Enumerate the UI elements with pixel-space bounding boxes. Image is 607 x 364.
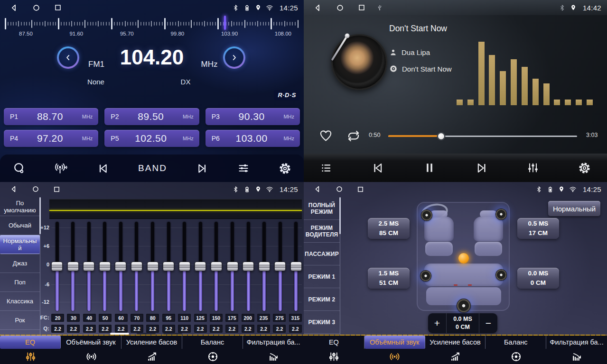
eq-band-slider[interactable] bbox=[227, 220, 238, 313]
mode-item[interactable]: РЕЖИМ 3 bbox=[304, 311, 340, 334]
nav-recents-button[interactable] bbox=[54, 4, 62, 11]
front-right-speaker-icon[interactable] bbox=[495, 209, 507, 220]
nav-home-button[interactable] bbox=[336, 4, 344, 12]
settings-button[interactable] bbox=[279, 162, 291, 175]
eq-band-slider[interactable] bbox=[67, 220, 79, 313]
rear-right-delay-button[interactable]: 0.0 MS 0 CM bbox=[517, 268, 559, 289]
tab-eq[interactable]: EQ bbox=[0, 336, 61, 364]
eq-band-slider[interactable] bbox=[51, 220, 63, 313]
seek-previous-button[interactable] bbox=[97, 162, 110, 175]
nav-recents-button[interactable] bbox=[358, 4, 365, 11]
eq-preset-item[interactable]: Классика bbox=[0, 292, 40, 311]
auto-store-button[interactable] bbox=[54, 161, 68, 175]
front-left-delay-button[interactable]: 2.5 MS 85 CM bbox=[368, 218, 410, 239]
seek-bar[interactable] bbox=[388, 136, 577, 137]
eq-band-slider[interactable] bbox=[99, 220, 111, 313]
eq-band-slider[interactable] bbox=[115, 220, 126, 313]
previous-track-button[interactable] bbox=[371, 161, 385, 175]
preset-button-p3[interactable]: P3 90.30 MHz bbox=[205, 108, 300, 125]
eq-preset-item[interactable]: Поп bbox=[0, 273, 40, 292]
eq-band-slider[interactable] bbox=[211, 220, 222, 313]
slider-thumb[interactable] bbox=[131, 262, 142, 271]
seek-next-button[interactable] bbox=[196, 162, 208, 175]
tab-eq[interactable]: EQ bbox=[304, 336, 364, 364]
tab-bass-boost[interactable]: Усиление басов bbox=[121, 336, 182, 364]
tab-bass-boost[interactable]: Усиление басов bbox=[425, 336, 486, 364]
eq-preset-item[interactable]: Нормальный bbox=[0, 235, 40, 254]
slider-thumb[interactable] bbox=[211, 262, 222, 271]
slider-thumb[interactable] bbox=[51, 262, 63, 271]
tab-surround[interactable]: Объёмный звук bbox=[364, 336, 425, 364]
playlist-button[interactable] bbox=[320, 162, 333, 174]
eq-preset-item[interactable]: Рок bbox=[0, 311, 40, 330]
nav-back-button[interactable] bbox=[313, 3, 322, 12]
preset-button-p4[interactable]: P4 97.20 MHz bbox=[4, 130, 98, 147]
slider-thumb[interactable] bbox=[67, 262, 79, 271]
pause-button[interactable] bbox=[423, 161, 436, 174]
preset-button-p5[interactable]: P5 102.50 MHz bbox=[104, 130, 199, 147]
nav-recents-button[interactable] bbox=[53, 186, 60, 193]
mode-item[interactable]: РЕЖИМ ВОДИТЕЛЯ bbox=[304, 220, 340, 243]
band-button[interactable]: BAND bbox=[138, 163, 167, 173]
eq-band-slider[interactable] bbox=[195, 220, 206, 313]
subwoofer-speaker-icon[interactable] bbox=[457, 299, 471, 313]
increase-delay-button[interactable]: + bbox=[428, 313, 446, 333]
tab-balance[interactable]: Баланс bbox=[486, 336, 546, 364]
nav-back-button[interactable] bbox=[313, 185, 322, 193]
nav-back-button[interactable] bbox=[9, 185, 18, 193]
preset-button-p1[interactable]: P1 88.70 MHz bbox=[4, 108, 98, 125]
mode-item[interactable]: РЕЖИМ 2 bbox=[304, 288, 340, 311]
eq-preset-item[interactable]: Джаз bbox=[0, 254, 40, 273]
audio-settings-button[interactable] bbox=[237, 162, 250, 175]
slider-thumb[interactable] bbox=[83, 262, 94, 271]
nav-back-button[interactable] bbox=[9, 3, 19, 12]
slider-thumb[interactable] bbox=[147, 262, 159, 271]
slider-thumb[interactable] bbox=[290, 262, 302, 271]
tune-up-button[interactable] bbox=[223, 46, 245, 69]
nav-home-button[interactable] bbox=[336, 185, 343, 193]
next-track-button[interactable] bbox=[475, 161, 488, 175]
nav-recents-button[interactable] bbox=[357, 186, 364, 193]
slider-thumb[interactable] bbox=[227, 262, 238, 271]
eq-band-slider[interactable] bbox=[179, 220, 190, 313]
eq-band-slider[interactable] bbox=[274, 220, 286, 313]
slider-thumb[interactable] bbox=[99, 262, 111, 271]
tab-filter[interactable]: Фильтрация ба... bbox=[546, 336, 607, 364]
eq-band-slider[interactable] bbox=[243, 220, 254, 313]
mode-item[interactable]: РЕЖИМ 1 bbox=[304, 265, 340, 288]
tune-down-button[interactable] bbox=[57, 46, 79, 69]
nav-home-button[interactable] bbox=[32, 4, 40, 12]
seek-bar-thumb[interactable] bbox=[438, 133, 444, 139]
slider-thumb[interactable] bbox=[274, 262, 286, 271]
scan-button[interactable] bbox=[12, 162, 26, 175]
equalizer-button[interactable] bbox=[526, 161, 540, 174]
preset-button-p2[interactable]: P2 89.50 MHz bbox=[104, 108, 199, 125]
listening-position-dot[interactable] bbox=[458, 253, 469, 264]
nav-home-button[interactable] bbox=[32, 185, 39, 193]
eq-preset-shortcut-button[interactable]: Нормальный bbox=[548, 201, 600, 216]
slider-thumb[interactable] bbox=[163, 262, 174, 271]
mode-item[interactable]: ПОЛНЫЙ РЕЖИМ bbox=[304, 197, 340, 220]
eq-preset-item[interactable]: По умолчанию bbox=[0, 197, 40, 216]
eq-band-slider[interactable] bbox=[83, 220, 94, 313]
eq-band-slider[interactable] bbox=[290, 220, 302, 313]
rear-left-delay-button[interactable]: 1.5 MS 51 CM bbox=[368, 268, 410, 289]
slider-thumb[interactable] bbox=[179, 262, 190, 271]
eq-band-slider[interactable] bbox=[131, 220, 142, 313]
front-left-speaker-icon[interactable] bbox=[421, 209, 432, 221]
eq-preset-item[interactable]: Обычай bbox=[0, 216, 40, 235]
mode-item[interactable]: ПАССАЖИР bbox=[304, 243, 340, 265]
slider-thumb[interactable] bbox=[259, 262, 270, 271]
repeat-button[interactable] bbox=[346, 129, 361, 143]
eq-band-slider[interactable] bbox=[163, 220, 174, 313]
front-right-delay-button[interactable]: 0.5 MS 17 CM bbox=[517, 218, 559, 239]
slider-thumb[interactable] bbox=[195, 262, 206, 271]
tab-balance[interactable]: Баланс bbox=[182, 336, 243, 364]
slider-thumb[interactable] bbox=[115, 262, 126, 271]
frequency-scale[interactable] bbox=[5, 17, 299, 30]
preset-button-p6[interactable]: P6 103.00 MHz bbox=[205, 130, 300, 147]
slider-thumb[interactable] bbox=[243, 262, 254, 271]
settings-button[interactable] bbox=[578, 162, 591, 174]
eq-band-slider[interactable] bbox=[259, 220, 270, 313]
tab-filter[interactable]: Фильтрация ба... bbox=[243, 336, 304, 364]
